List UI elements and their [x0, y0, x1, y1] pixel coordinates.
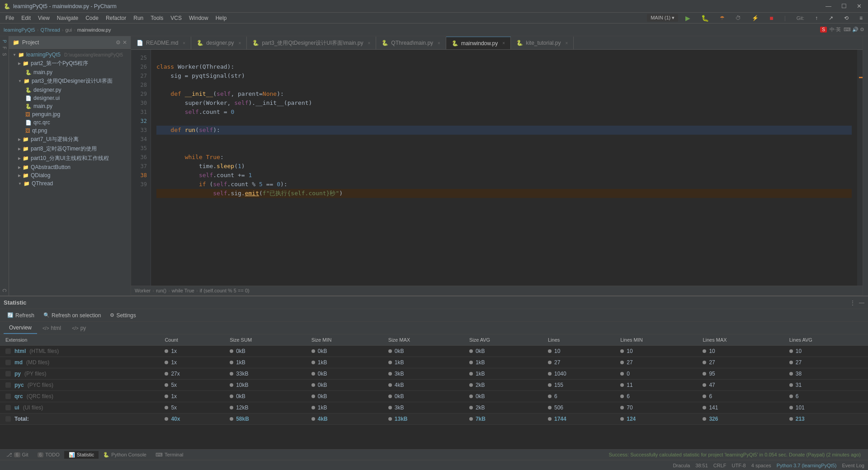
concurrency-button[interactable]: ⚡ — [748, 14, 762, 22]
tab-qthread-close[interactable]: × — [438, 41, 440, 46]
minimize-button[interactable]: — — [823, 2, 834, 10]
git-update[interactable]: ↑ — [811, 14, 821, 22]
tab-mainwindow[interactable]: 🐍 mainwindow.py × — [446, 37, 511, 49]
coverage-button[interactable]: ☂ — [716, 14, 728, 22]
tab-readme-close[interactable]: × — [183, 41, 185, 46]
tab-kite-close[interactable]: × — [566, 41, 568, 46]
col-lines[interactable]: Lines — [542, 334, 615, 346]
menu-refactor[interactable]: Refactor — [102, 14, 130, 22]
git-history[interactable]: ⟲ — [840, 14, 852, 22]
tree-part8[interactable]: ▶ 📁 part8_定时器QTimer的使用 — [9, 144, 131, 154]
theme-status[interactable]: Dracula — [673, 463, 690, 468]
stop-button[interactable]: ■ — [766, 14, 777, 23]
table-cell-size-min: 1kB — [306, 402, 383, 414]
git-push[interactable]: ↗ — [825, 14, 837, 22]
tab-part3-main[interactable]: 🐍 part3_使用QtDesigner设计UI界面\main.py × — [247, 37, 376, 49]
tree-qrc[interactable]: 📄 qrc.qrc — [9, 118, 131, 127]
nav-breadcrumb-bar: learningPyQt5 › QThread › gui › mainwind… — [0, 24, 868, 36]
profile-button[interactable]: ⏱ — [732, 14, 745, 22]
main-scrollbar[interactable] — [863, 36, 868, 296]
tab-designer-close[interactable]: × — [239, 41, 241, 46]
menu-file[interactable]: File — [2, 14, 18, 22]
project-settings-icon[interactable]: ⚙ — [116, 39, 121, 46]
run-button[interactable]: ▶ — [682, 14, 694, 23]
menu-run[interactable]: Run — [130, 14, 147, 22]
tab-readme[interactable]: 📄 README.md × — [131, 37, 191, 49]
tab-kite-label: kite_tutorial.py — [526, 40, 561, 46]
tab-mainwindow-close[interactable]: × — [502, 41, 505, 46]
settings-button[interactable]: ⚙ Settings — [106, 311, 139, 320]
col-extension[interactable]: Extension — [0, 334, 159, 346]
menu-code[interactable]: Code — [82, 14, 102, 22]
tree-main-py-2[interactable]: 🐍 main.py — [9, 102, 131, 110]
vcs-icon[interactable]: C — [2, 289, 7, 292]
crlf-status[interactable]: CRLF — [713, 463, 726, 468]
btab-terminal[interactable]: ⌨ Terminal — [151, 451, 188, 459]
tree-designer-py[interactable]: 🐍 designer.py — [9, 86, 131, 94]
col-size-max[interactable]: Size MAX — [383, 334, 464, 346]
stat-tab-overview[interactable]: Overview — [4, 322, 37, 334]
tree-qt-png[interactable]: 🖼 qt.png — [9, 127, 131, 135]
tree-part3[interactable]: ▼ 📁 part3_使用QtDesigner设计UI界面 — [9, 76, 131, 86]
left-icon-strip: P F S C — [0, 36, 9, 296]
tree-qabstractbutton[interactable]: ▶ 📁 QAbstractButton — [9, 163, 131, 171]
indent-status[interactable]: 4 spaces — [751, 463, 771, 468]
tree-penguin[interactable]: 🖼 penguin.jpg — [9, 110, 131, 118]
refresh-selection-button[interactable]: 🔍 Refresh on selection — [40, 311, 104, 320]
panel-minimize-icon[interactable]: — — [859, 300, 864, 306]
menu-help[interactable]: Help — [212, 14, 231, 22]
col-lines-avg[interactable]: Lines AVG — [784, 334, 868, 346]
tab-kite[interactable]: 🐍 kite_tutorial.py × — [511, 37, 574, 49]
tree-qthread[interactable]: ▼ 📁 QThread — [9, 179, 131, 188]
title-bar-controls[interactable]: — ☐ ✕ — [823, 2, 864, 10]
stat-tab-html[interactable]: </> html — [37, 322, 66, 334]
menu-tools[interactable]: Tools — [147, 14, 167, 22]
tree-part10[interactable]: ▶ 📁 part10_分离UI主线程和工作线程 — [9, 154, 131, 163]
col-size-avg[interactable]: Size AVG — [464, 334, 542, 346]
git-annotate[interactable]: ≡ — [856, 14, 866, 22]
btab-python-console[interactable]: 🐍 Python Console — [99, 451, 151, 459]
btab-statistic[interactable]: 📊 Statistic — [64, 451, 99, 459]
event-log-status[interactable]: Event Log — [842, 463, 864, 468]
code-content[interactable]: class Worker(QThread): sig = pyqtSignal(… — [151, 50, 857, 286]
tree-root[interactable]: ▼ 📁 learningPyQt5 D:\xugaoxiang\learning… — [9, 51, 131, 59]
tab-part3-close[interactable]: × — [368, 41, 371, 46]
col-lines-max[interactable]: Lines MAX — [697, 334, 783, 346]
tab-qthread-main[interactable]: 🐍 QThread\main.py × — [376, 37, 446, 49]
stats-data-table: Extension Count Size SUM Size MIN Size M… — [0, 334, 868, 425]
refresh-button[interactable]: 🔄 Refresh — [4, 311, 38, 320]
tree-part2[interactable]: ▶ 📁 part2_第一个PyQt5程序 — [9, 59, 131, 68]
btab-git[interactable]: ⎇ 6 Git — [2, 451, 33, 459]
col-size-sum[interactable]: Size SUM — [224, 334, 306, 346]
tab-designer-py[interactable]: 🐍 designer.py × — [191, 37, 247, 49]
tree-main-py-1[interactable]: 🐍 main.py — [9, 68, 131, 76]
tree-part7[interactable]: ▶ 📁 part7_UI与逻辑分离 — [9, 135, 131, 144]
project-icon[interactable]: P — [2, 40, 7, 43]
tree-designer-ui[interactable]: 📄 designer.ui — [9, 94, 131, 102]
close-button[interactable]: ✕ — [854, 2, 864, 10]
col-count[interactable]: Count — [159, 334, 224, 346]
menu-navigate[interactable]: Navigate — [53, 14, 82, 22]
tree-qdialog[interactable]: ▶ 📁 QDialog — [9, 171, 131, 179]
menu-window[interactable]: Window — [185, 14, 212, 22]
stat-tab-py[interactable]: </> py — [66, 322, 91, 334]
toolbar-config[interactable]: MAIN (1) ▾ — [647, 14, 678, 22]
debug-button[interactable]: 🐛 — [698, 14, 712, 23]
app-icon: 🐍 — [4, 3, 10, 9]
menu-view[interactable]: View — [34, 14, 53, 22]
line-col-status[interactable]: 38:51 — [695, 463, 708, 468]
project-expand-icon[interactable]: ✕ — [123, 39, 127, 46]
encoding-status[interactable]: UTF-8 — [732, 463, 746, 468]
col-lines-min[interactable]: Lines MIN — [615, 334, 697, 346]
maximize-button[interactable]: ☐ — [839, 2, 849, 10]
structure-icon[interactable]: S — [2, 53, 7, 56]
col-size-min[interactable]: Size MIN — [306, 334, 383, 346]
btab-todo[interactable]: 6 TODO — [33, 451, 64, 458]
right-scroll-gutter[interactable] — [857, 50, 863, 286]
main-area: P F S C 📁 Project ⚙ ✕ ▼ 📁 learningPyQt5 … — [0, 36, 868, 296]
favorites-icon[interactable]: F — [2, 47, 7, 49]
python-version-status[interactable]: Python 3.7 (learningPyQt5) — [777, 463, 837, 468]
panel-more-icon[interactable]: ⋮ — [850, 300, 855, 306]
menu-vcs[interactable]: VCS — [167, 14, 185, 22]
menu-edit[interactable]: Edit — [18, 14, 34, 22]
